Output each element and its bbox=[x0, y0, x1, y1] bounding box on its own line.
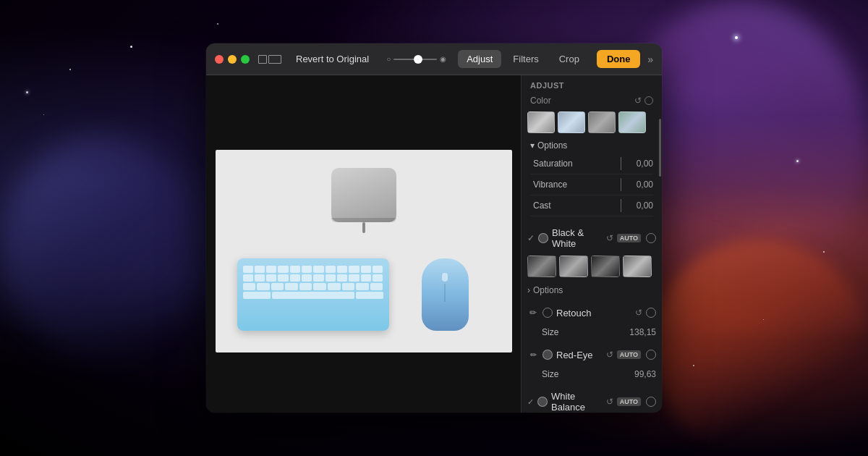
star bbox=[130, 46, 132, 48]
key bbox=[313, 274, 323, 282]
key bbox=[349, 266, 359, 273]
photo-frame bbox=[216, 150, 512, 352]
redeye-size-value: 99,63 bbox=[634, 369, 656, 379]
wb-section-title: White Balance bbox=[551, 391, 603, 413]
key bbox=[356, 283, 369, 290]
tab-crop[interactable]: Crop bbox=[550, 50, 588, 68]
vibrance-value: 0,00 bbox=[624, 180, 653, 190]
nebula-right-bottom bbox=[651, 239, 868, 456]
mouse bbox=[422, 258, 469, 331]
bw-section-title: Black & White bbox=[552, 227, 603, 249]
key bbox=[290, 274, 300, 282]
bw-preset-2[interactable] bbox=[559, 256, 588, 277]
slider-track bbox=[393, 59, 437, 60]
traffic-lights bbox=[215, 55, 250, 64]
key bbox=[361, 266, 371, 273]
vibrance-label: Vibrance bbox=[530, 180, 618, 190]
redeye-enable-toggle[interactable] bbox=[542, 350, 553, 360]
brightness-slider[interactable]: ○ ◉ bbox=[386, 55, 446, 63]
key bbox=[328, 283, 341, 290]
retouch-circle-icon bbox=[646, 308, 656, 318]
color-undo-icon[interactable]: ↺ bbox=[634, 96, 642, 106]
titlebar: Revert to Original ○ ◉ Adjust Filters Cr… bbox=[206, 43, 662, 75]
redeye-auto-badge[interactable]: AUTO bbox=[617, 350, 641, 359]
maximize-button[interactable] bbox=[241, 55, 250, 64]
key bbox=[313, 266, 323, 273]
color-preset-1[interactable] bbox=[527, 111, 555, 133]
cast-label: Cast bbox=[530, 200, 618, 211]
wb-auto-badge[interactable]: AUTO bbox=[617, 397, 641, 406]
star bbox=[43, 114, 44, 115]
tab-filters[interactable]: Filters bbox=[504, 50, 547, 68]
vibrance-slider[interactable] bbox=[621, 178, 621, 191]
revert-button[interactable]: Revert to Original bbox=[290, 51, 375, 67]
scrollbar-track bbox=[659, 75, 662, 413]
vibrance-row: Vibrance 0,00 bbox=[530, 174, 653, 195]
mouse-divider bbox=[445, 284, 446, 302]
bw-enable-toggle[interactable] bbox=[538, 233, 548, 243]
bw-check-icon: ✓ bbox=[527, 233, 535, 243]
more-options-icon[interactable]: » bbox=[647, 54, 653, 65]
key bbox=[255, 274, 265, 282]
retouch-undo-icon[interactable]: ↺ bbox=[635, 308, 642, 318]
bw-circle-icon bbox=[646, 233, 656, 243]
retouch-enable-toggle[interactable] bbox=[542, 308, 553, 318]
wb-enable-toggle[interactable] bbox=[537, 397, 548, 407]
color-preset-2[interactable] bbox=[558, 111, 585, 133]
key bbox=[361, 274, 371, 282]
redeye-size-row: Size 99,63 bbox=[522, 366, 662, 383]
bw-preset-4[interactable] bbox=[623, 256, 652, 277]
key bbox=[326, 274, 336, 282]
bw-options-toggle[interactable]: › Options bbox=[522, 282, 662, 299]
scrollbar-thumb[interactable] bbox=[659, 119, 661, 177]
star bbox=[217, 23, 218, 25]
key bbox=[255, 266, 265, 273]
key bbox=[373, 266, 383, 273]
photo-area bbox=[206, 75, 521, 413]
tab-adjust[interactable]: Adjust bbox=[458, 50, 501, 68]
key-space bbox=[272, 292, 354, 299]
bw-auto-badge[interactable]: AUTO bbox=[617, 234, 641, 242]
color-presets bbox=[522, 109, 662, 138]
key bbox=[337, 266, 347, 273]
mac-mini-cable bbox=[362, 222, 365, 233]
bw-preset-3[interactable] bbox=[591, 256, 620, 277]
saturation-slider[interactable] bbox=[621, 157, 621, 170]
wb-circle-icon bbox=[646, 397, 656, 407]
keyboard-row-1 bbox=[237, 266, 389, 273]
retouch-section-header: ✏ Retouch ↺ bbox=[522, 302, 662, 324]
keyboard-row-3 bbox=[237, 283, 389, 290]
bw-section-header: ✓ Black & White ↺ AUTO bbox=[522, 222, 662, 254]
key bbox=[302, 266, 312, 273]
mac-mini bbox=[331, 168, 396, 229]
color-preset-3[interactable] bbox=[588, 111, 616, 133]
bw-undo-icon[interactable]: ↺ bbox=[606, 233, 613, 243]
color-label: Color bbox=[530, 96, 551, 106]
key bbox=[271, 283, 284, 290]
color-preset-4[interactable] bbox=[618, 111, 646, 133]
star bbox=[26, 91, 28, 93]
retouch-size-value: 138,15 bbox=[629, 327, 656, 337]
redeye-size-label: Size bbox=[527, 369, 630, 379]
star bbox=[763, 319, 764, 320]
minimize-button[interactable] bbox=[228, 55, 237, 64]
retouch-section-title: Retouch bbox=[556, 308, 631, 318]
slider-min-icon: ○ bbox=[386, 55, 391, 63]
key-wide bbox=[356, 292, 383, 299]
keyboard-row-4 bbox=[237, 292, 389, 299]
key bbox=[285, 283, 298, 290]
cast-slider[interactable] bbox=[621, 199, 621, 212]
wb-check-mark: ✓ bbox=[527, 397, 534, 407]
key bbox=[266, 274, 276, 282]
options-label: Options bbox=[537, 140, 567, 151]
close-button[interactable] bbox=[215, 55, 224, 64]
adjust-panel: ADJUST Color ↺ ▾ Options Satu bbox=[521, 75, 662, 413]
wb-undo-icon[interactable]: ↺ bbox=[606, 397, 613, 407]
done-button[interactable]: Done bbox=[597, 50, 641, 68]
bw-preset-1[interactable] bbox=[527, 256, 556, 277]
wb-section-header: ✓ White Balance ↺ AUTO bbox=[522, 386, 662, 413]
key bbox=[290, 266, 300, 273]
star-bright bbox=[796, 160, 799, 162]
options-toggle[interactable]: ▾ Options bbox=[530, 138, 653, 153]
redeye-undo-icon[interactable]: ↺ bbox=[606, 350, 613, 360]
